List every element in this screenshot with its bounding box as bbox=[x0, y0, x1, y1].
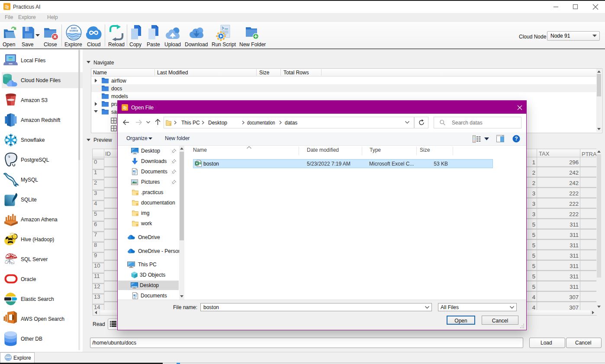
svg-text:010010: 010010 bbox=[70, 29, 78, 32]
svg-text:?: ? bbox=[515, 136, 518, 142]
